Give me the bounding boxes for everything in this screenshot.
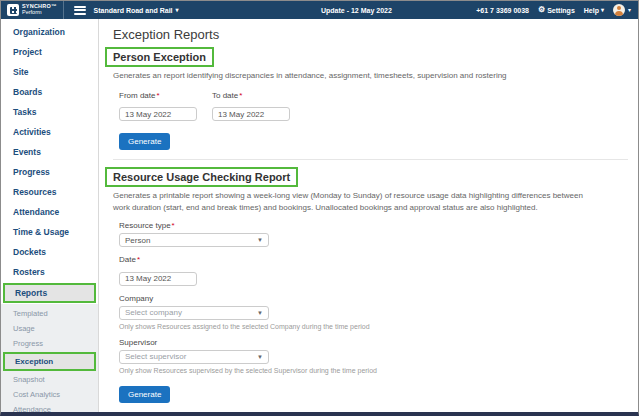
sidebar-item-boards[interactable]: Boards <box>1 82 98 102</box>
chevron-down-icon: ▼ <box>257 237 263 243</box>
project-selector-label: Standard Road and Rail <box>94 7 173 14</box>
resource-type-value: Person <box>125 236 150 245</box>
sidebar-item-organization[interactable]: Organization <box>1 22 98 42</box>
sidebar-item-tasks[interactable]: Tasks <box>1 102 98 122</box>
from-date-label: From date <box>119 91 212 100</box>
page-title: Exception Reports <box>113 27 628 42</box>
sidebar-item-progress[interactable]: Progress <box>1 162 98 182</box>
company-select[interactable]: Select company ▼ <box>119 306 269 320</box>
date-input[interactable] <box>119 272 197 286</box>
resource-type-label: Resource type <box>119 221 628 230</box>
sidebar-item-resources[interactable]: Resources <box>1 182 98 202</box>
person-exception-title: Person Exception <box>113 51 206 63</box>
resource-usage-annotation-box: Resource Usage Checking Report <box>105 167 298 187</box>
supervisor-placeholder: Select supervisor <box>125 352 186 361</box>
settings-button[interactable]: ⚙ Settings <box>538 6 575 14</box>
app-window: SYNCHRO™ Perform Standard Road and Rail … <box>0 0 639 416</box>
sidebar-item-rosters[interactable]: Rosters <box>1 262 98 282</box>
supervisor-select[interactable]: Select supervisor ▼ <box>119 350 269 364</box>
exception-annotation-box: Exception <box>3 352 96 371</box>
help-menu[interactable]: Help ▾ <box>584 7 604 14</box>
supervisor-label: Supervisor <box>119 338 628 347</box>
company-placeholder: Select company <box>125 308 182 317</box>
reports-annotation-box: Reports <box>3 283 96 303</box>
sidebar-item-project[interactable]: Project <box>1 42 98 62</box>
chevron-down-icon: ▼ <box>257 354 263 360</box>
sidebar-subitem-progress[interactable]: Progress <box>1 336 98 351</box>
main-content: Exception Reports Person Exception Gener… <box>99 19 638 412</box>
chevron-down-icon: ▾ <box>628 7 631 13</box>
sidebar-item-reports[interactable]: Reports <box>5 285 94 301</box>
resource-usage-title: Resource Usage Checking Report <box>113 171 290 183</box>
sidebar-subitem-templated[interactable]: Templated <box>1 306 98 321</box>
person-exception-description: Generates an report identifying discrepa… <box>113 70 583 82</box>
company-label: Company <box>119 294 628 303</box>
user-menu[interactable]: ▾ <box>613 4 631 16</box>
chevron-down-icon: ▼ <box>257 310 263 316</box>
sidebar-subitem-exception[interactable]: Exception <box>5 354 94 369</box>
sidebar-item-attendance[interactable]: Attendance <box>1 202 98 222</box>
synchro-logo-icon <box>7 4 19 16</box>
company-help-text: Only shows Resources assigned to the sel… <box>119 323 628 330</box>
sidebar-item-time-usage[interactable]: Time & Usage <box>1 222 98 242</box>
date-label: Date <box>119 255 628 264</box>
sidebar-subitem-cost-analytics[interactable]: Cost Analytics <box>1 387 98 402</box>
section-divider <box>113 159 628 160</box>
brand-logo: SYNCHRO™ Perform <box>1 1 64 19</box>
menu-icon[interactable] <box>74 6 86 15</box>
gear-icon: ⚙ <box>538 6 545 14</box>
sidebar-subitem-snapshot[interactable]: Snapshot <box>1 372 98 387</box>
chevron-down-icon: ▾ <box>176 7 179 13</box>
project-selector[interactable]: Standard Road and Rail ▾ <box>94 7 179 14</box>
sidebar-item-site[interactable]: Site <box>1 62 98 82</box>
sidebar-subitem-attendance[interactable]: Attendance <box>1 402 98 412</box>
resource-type-select[interactable]: Person ▼ <box>119 233 269 247</box>
topbar: SYNCHRO™ Perform Standard Road and Rail … <box>1 1 638 19</box>
from-date-input[interactable] <box>119 107 197 121</box>
generate-person-exception-button[interactable]: Generate <box>119 133 170 150</box>
update-status: Update - 12 May 2022 <box>321 1 392 19</box>
sidebar-item-activities[interactable]: Activities <box>1 122 98 142</box>
brand-product: Perform <box>22 10 57 16</box>
to-date-label: To date <box>212 91 290 100</box>
settings-label: Settings <box>547 7 575 14</box>
avatar <box>613 4 625 16</box>
reports-submenu: Templated Usage Progress Exception Snaps… <box>1 304 98 412</box>
person-exception-annotation-box: Person Exception <box>105 47 214 67</box>
chevron-down-icon: ▾ <box>601 7 604 13</box>
sidebar-subitem-usage[interactable]: Usage <box>1 321 98 336</box>
phone-number: +61 7 3369 0038 <box>476 7 529 14</box>
supervisor-help-text: Only show Resources supervised by the se… <box>119 367 628 374</box>
help-label: Help <box>584 7 599 14</box>
resource-usage-description: Generates a printable report showing a w… <box>113 190 583 213</box>
sidebar-item-events[interactable]: Events <box>1 142 98 162</box>
to-date-input[interactable] <box>212 107 290 121</box>
sidebar: Organization Project Site Boards Tasks A… <box>1 19 99 412</box>
generate-resource-usage-button[interactable]: Generate <box>119 386 170 403</box>
sidebar-item-dockets[interactable]: Dockets <box>1 242 98 262</box>
